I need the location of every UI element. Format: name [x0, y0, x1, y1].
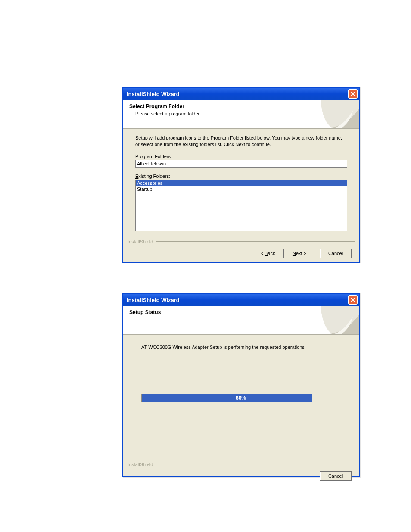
- close-button[interactable]: [348, 89, 358, 99]
- label-existing-folders: Existing Folders:: [135, 174, 347, 179]
- list-item[interactable]: Startup: [136, 186, 347, 192]
- button-row: Cancel: [123, 467, 359, 487]
- cancel-button[interactable]: Cancel: [320, 471, 352, 481]
- wizard-header: Setup Status: [123, 306, 359, 335]
- program-folder-input[interactable]: [135, 160, 347, 168]
- instruction-text: Setup will add program icons to the Prog…: [135, 135, 347, 148]
- close-icon: [351, 92, 355, 96]
- dialog-select-program-folder: InstallShield Wizard Select Program Fold…: [122, 87, 360, 263]
- page-curl-graphic: [321, 100, 359, 128]
- window-title: InstallShield Wizard: [127, 297, 180, 303]
- wizard-body: Setup will add program icons to the Prog…: [123, 129, 359, 235]
- close-button[interactable]: [348, 295, 358, 305]
- list-item[interactable]: Accessories: [136, 180, 347, 186]
- titlebar[interactable]: InstallShield Wizard: [123, 88, 359, 100]
- progress-percent-label: 86%: [142, 394, 340, 402]
- brand-separator: InstallShield: [128, 462, 355, 467]
- titlebar[interactable]: InstallShield Wizard: [123, 294, 359, 306]
- label-program-folders: Program Folders:: [135, 154, 347, 159]
- window-title: InstallShield Wizard: [127, 91, 180, 97]
- back-button[interactable]: < Back: [252, 249, 283, 258]
- next-button[interactable]: Next >: [283, 249, 315, 258]
- status-text: AT-WCC200G Wireless Adapter Setup is per…: [141, 344, 347, 351]
- header-title: Select Program Folder: [129, 103, 353, 109]
- wizard-body: AT-WCC200G Wireless Adapter Setup is per…: [123, 335, 359, 457]
- progress-bar: 86%: [141, 394, 340, 402]
- wizard-header: Select Program Folder Please select a pr…: [123, 100, 359, 129]
- button-row: < Back Next > Cancel: [123, 244, 359, 264]
- header-title: Setup Status: [129, 309, 353, 315]
- brand-separator: InstallShield: [128, 239, 355, 244]
- dialog-setup-status: InstallShield Wizard Setup Status AT-WCC…: [122, 293, 360, 477]
- brand-label: InstallShield: [128, 462, 153, 467]
- cancel-button[interactable]: Cancel: [320, 249, 352, 258]
- page-curl-graphic: [321, 306, 359, 334]
- close-icon: [351, 298, 355, 302]
- existing-folders-listbox[interactable]: AccessoriesStartup: [135, 180, 347, 231]
- brand-label: InstallShield: [128, 239, 153, 244]
